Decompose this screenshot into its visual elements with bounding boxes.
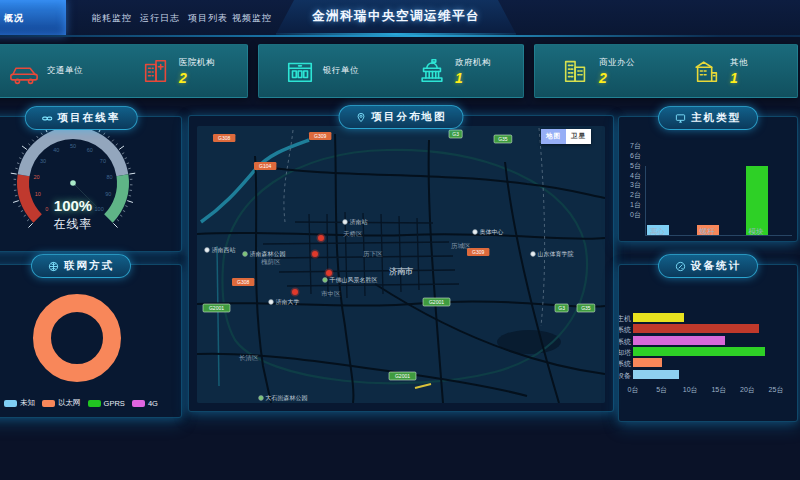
stat-label: 银行单位	[323, 65, 359, 77]
svg-text:G309: G309	[314, 133, 326, 139]
map-layer-toggle: 地图 卫星	[541, 129, 591, 144]
svg-text:长清区: 长清区	[239, 354, 259, 362]
bar-模块	[746, 166, 768, 235]
online-rate-label: 在线率	[0, 216, 165, 233]
x-axis-label: 离心	[637, 227, 677, 237]
stat-value: 1	[455, 70, 491, 86]
panel-header-host-type: 主机类型	[658, 106, 758, 130]
bar-水系统	[633, 358, 662, 367]
nav-tab-2[interactable]: 能耗监控	[90, 0, 134, 36]
panel-header-network: 联网方式	[31, 254, 131, 278]
legend-item-未知[interactable]: 未知	[4, 398, 35, 408]
stat-item: 其他1	[666, 56, 797, 86]
stat-label: 政府机构	[455, 57, 491, 69]
road-badge-G35: G35	[577, 304, 595, 312]
office-icon	[561, 56, 591, 86]
y-axis-label: 6台	[619, 151, 641, 161]
stat-label: 医院机构	[179, 57, 215, 69]
host-type-chart: 0台1台2台3台4台5台6台7台离心螺杆模块	[619, 131, 797, 241]
bank-icon	[285, 56, 315, 86]
svg-text:槐荫区: 槐荫区	[261, 258, 281, 266]
svg-text:G35: G35	[581, 305, 591, 311]
project-marker[interactable]	[292, 289, 298, 295]
platform-title: 金洲科瑞中央空调运维平台	[276, 0, 516, 32]
panel-project-map: 项目分布地图	[188, 115, 614, 412]
panel-title: 主机类型	[691, 111, 741, 125]
top-nav-bar: 概况能耗监控运行日志项目列表视频监控 金洲科瑞中央空调运维平台	[0, 0, 800, 36]
legend-item-4G[interactable]: 4G	[132, 399, 158, 408]
map-poi: 大石崮森林公园	[259, 394, 308, 402]
project-marker[interactable]	[326, 270, 332, 276]
satellite-layer-button[interactable]: 卫星	[566, 129, 591, 144]
x-axis-label: 模块	[736, 227, 776, 237]
svg-text:济南站: 济南站	[350, 218, 368, 226]
topbar-divider	[0, 35, 800, 37]
svg-text:G3: G3	[452, 131, 459, 137]
map-layer-button[interactable]: 地图	[541, 129, 566, 144]
stat-label: 商业办公	[599, 57, 635, 69]
network-legend: 未知以太网GPRS4G	[0, 398, 181, 408]
svg-text:70: 70	[100, 158, 106, 164]
svg-text:G35: G35	[498, 136, 508, 142]
svg-text:大石崮森林公园: 大石崮森林公园	[266, 394, 308, 402]
nav-tab-5[interactable]: 视频监控	[230, 0, 274, 36]
svg-text:G3: G3	[558, 305, 565, 311]
panel-header-device-stats: 设备统计	[658, 254, 758, 278]
map-poi: 济南森林公园	[243, 250, 286, 258]
svg-text:历城区: 历城区	[451, 242, 471, 250]
legend-item-以太网[interactable]: 以太网	[42, 398, 81, 408]
stat-label: 交通单位	[47, 65, 83, 77]
project-marker[interactable]	[312, 251, 318, 257]
svg-text:济南市: 济南市	[389, 266, 413, 276]
platform-title-box: 金洲科瑞中央空调运维平台	[276, 0, 516, 34]
road-badge-G3: G3	[555, 304, 568, 312]
svg-text:市中区: 市中区	[321, 290, 341, 297]
device-category-label: 阀系统	[619, 337, 631, 347]
svg-text:80: 80	[106, 174, 112, 180]
stat-item: 商业办公2	[535, 56, 666, 86]
map-poi: 山东体育学院	[531, 250, 574, 258]
bar-泵系统	[633, 324, 759, 333]
hospital-icon	[141, 56, 171, 86]
globe-icon	[48, 261, 59, 272]
x-axis-label: 15台	[709, 385, 729, 395]
y-axis-label: 5台	[619, 161, 641, 171]
panel-title: 项目在线率	[58, 111, 121, 125]
nav-tab-3[interactable]: 运行日志	[138, 0, 182, 36]
device-category-label: 主机	[619, 314, 631, 324]
government-icon	[417, 56, 447, 86]
map-canvas[interactable]: G308G309G3G35G104G309G308G2001G2001G2001…	[197, 126, 605, 403]
svg-text:济南西站: 济南西站	[212, 246, 236, 254]
y-axis-label: 3台	[619, 180, 641, 190]
bar-主机	[633, 313, 684, 322]
svg-text:G104: G104	[259, 163, 271, 169]
svg-text:40: 40	[53, 147, 59, 153]
panel-title: 设备统计	[691, 259, 741, 273]
x-axis-label: 螺杆	[687, 227, 727, 237]
svg-text:G2001: G2001	[395, 373, 410, 379]
panel-device-stats: 设备统计 主机泵系统阀系统冷却塔水系统计量设备0台5台10台15台20台25台	[618, 264, 798, 422]
bar-冷却塔	[633, 347, 765, 356]
road-badge-G308: G308	[213, 134, 235, 142]
stat-value: 1	[730, 70, 748, 86]
panel-title: 联网方式	[64, 259, 114, 273]
x-axis-label: 10台	[680, 385, 700, 395]
stat-value: 2	[599, 70, 635, 86]
device-category-label: 泵系统	[619, 325, 631, 335]
nav-tab-4[interactable]: 项目列表	[186, 0, 230, 36]
x-axis-label: 5台	[652, 385, 672, 395]
building-icon	[692, 56, 722, 86]
stat-value: 2	[179, 70, 215, 86]
legend-item-GPRS[interactable]: GPRS	[88, 399, 125, 408]
nav-tab-1[interactable]: 概况	[0, 0, 66, 36]
x-axis-label: 20台	[737, 385, 757, 395]
stat-item: 政府机构1	[391, 56, 523, 86]
project-marker[interactable]	[318, 235, 324, 241]
x-axis-label: 25台	[766, 385, 786, 395]
panel-network-type: 联网方式 未知以太网GPRS4G	[0, 264, 182, 418]
road-badge-G309: G309	[309, 132, 331, 140]
y-axis-label: 7台	[619, 141, 641, 151]
stat-item: 医院机构2	[115, 56, 247, 86]
panel-host-type: 主机类型 0台1台2台3台4台5台6台7台离心螺杆模块	[618, 116, 798, 242]
svg-text:奥体中心: 奥体中心	[480, 229, 504, 235]
